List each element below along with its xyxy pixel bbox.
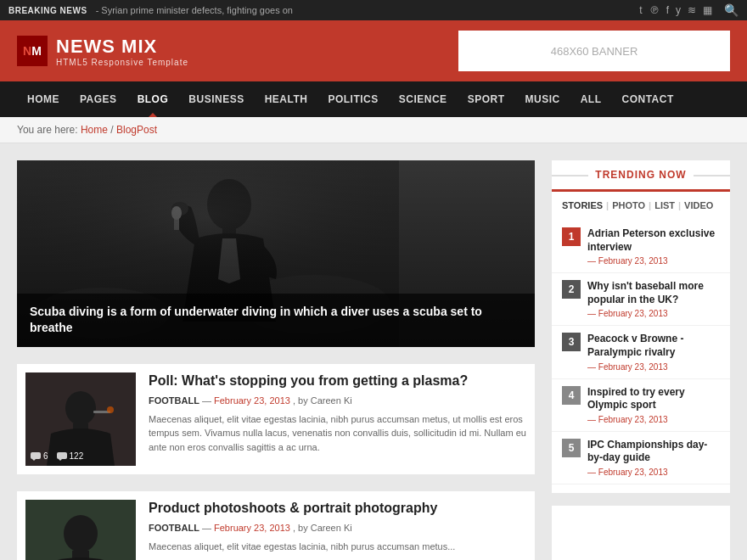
right-column: TRENDING NOW STORIES | PHOTO | LIST | VI… <box>552 160 730 560</box>
article-category-2: FOOTBALL <box>149 523 199 533</box>
trending-num-5: 5 <box>562 439 581 457</box>
trending-item-date-1: — February 23, 2013 <box>587 256 720 266</box>
comment-bubble-icon: 6 <box>31 451 48 461</box>
nav-business[interactable]: BUSINESS <box>178 81 254 117</box>
article-author-2: Careen Ki <box>311 523 352 533</box>
article-date-2: February 23, 2013 <box>214 523 290 533</box>
search-icon[interactable]: 🔍 <box>724 3 739 17</box>
nav-link-contact[interactable]: CONTACT <box>611 81 683 117</box>
logo-text: NEWS MIX HTML5 Responsive Template <box>56 36 188 67</box>
trending-item-title-1[interactable]: Adrian Peterson exclusive interview <box>587 227 720 254</box>
nav-music[interactable]: MUSIC <box>514 81 570 117</box>
nav-link-sport[interactable]: SPORT <box>458 81 515 117</box>
article-thumb-svg-2 <box>25 500 136 560</box>
menu-icon[interactable]: ▦ <box>703 4 712 16</box>
trending-tab-stories[interactable]: STORIES <box>562 200 603 210</box>
breadcrumb-prefix: You are here: <box>17 124 81 136</box>
trending-item-title-4[interactable]: Inspired to try every Olympic sport <box>587 386 720 412</box>
article-author-1: Careen Ki <box>311 395 352 406</box>
trending-item-title-5[interactable]: IPC Championships day-by-day guide <box>587 439 720 465</box>
article-meta-sep-1: — <box>202 395 214 406</box>
featured-image: Scuba diving is a form of underwater div… <box>17 160 535 347</box>
nav-all[interactable]: ALL <box>570 81 612 117</box>
article-title-1[interactable]: Poll: What's stopping you from getting a… <box>149 372 526 390</box>
article-date-1: February 23, 2013 <box>214 395 290 406</box>
svg-rect-15 <box>31 452 41 459</box>
breadcrumb-current[interactable]: BlogPost <box>116 124 157 136</box>
main-nav: HOME PAGES BLOG BUSINESS HEALTH POLITICS… <box>0 81 747 117</box>
trending-tabs: STORIES | PHOTO | LIST | VIDEO <box>552 200 730 210</box>
tumblr-icon[interactable]: t <box>639 4 642 16</box>
logo-subtitle: HTML5 Responsive Template <box>56 58 188 67</box>
nav-science[interactable]: SCIENCE <box>389 81 458 117</box>
featured-caption: Scuba diving is a form of underwater div… <box>17 294 535 347</box>
facebook-icon[interactable]: f <box>666 4 669 16</box>
trending-item-title-2[interactable]: Why isn't baseball more popular in the U… <box>587 280 720 306</box>
article-meta-1: FOOTBALL — February 23, 2013 , by Careen… <box>149 395 526 406</box>
logo-icon: NM <box>17 36 48 66</box>
view-count: 122 <box>70 451 84 461</box>
logo-area: NM NEWS MIX HTML5 Responsive Template <box>17 36 188 67</box>
nav-link-home[interactable]: HOME <box>17 81 70 117</box>
nav-link-pages[interactable]: PAGES <box>70 81 127 117</box>
nav-blog[interactable]: BLOG <box>127 81 179 117</box>
trending-tab-video[interactable]: VIDEO <box>684 200 713 210</box>
rss-icon[interactable]: ≋ <box>688 4 696 16</box>
header: NM NEWS MIX HTML5 Responsive Template 46… <box>0 20 747 81</box>
trending-content-3: Peacock v Browne - Paralympic rivalry — … <box>587 333 720 371</box>
nav-home[interactable]: HOME <box>17 81 70 117</box>
trending-content-5: IPC Championships day-by-day guide — Feb… <box>587 439 720 477</box>
trending-item-date-4: — February 23, 2013 <box>587 415 720 424</box>
banner-area: 468X60 BANNER <box>458 31 730 71</box>
twitter-icon[interactable]: y <box>676 4 681 16</box>
trending-item-date-5: — February 23, 2013 <box>587 468 720 477</box>
trending-num-4: 4 <box>562 386 581 405</box>
trending-item-4: 4 Inspired to try every Olympic sport — … <box>552 379 730 432</box>
trending-content-4: Inspired to try every Olympic sport — Fe… <box>587 386 720 424</box>
nav-active-indicator <box>149 113 157 117</box>
article-title-2[interactable]: Product photoshoots & portrait photograp… <box>149 500 526 518</box>
banner-text: 468X60 BANNER <box>551 45 638 58</box>
comment-icon <box>31 452 41 461</box>
trending-tab-list[interactable]: LIST <box>654 200 675 210</box>
trending-content-2: Why isn't baseball more popular in the U… <box>587 280 720 318</box>
nav-link-health[interactable]: HEALTH <box>255 81 318 117</box>
small-widget-box <box>552 506 730 560</box>
nav-link-all[interactable]: ALL <box>570 81 612 117</box>
comment-count: 6 <box>43 451 48 461</box>
article-excerpt-1: Maecenas aliquet, elit vitae egestas lac… <box>149 412 526 455</box>
article-thumb-1: 6 122 <box>25 372 136 466</box>
featured-article: Scuba diving is a form of underwater div… <box>17 160 535 347</box>
logo-title: NEWS MIX <box>56 36 188 58</box>
nav-sport[interactable]: SPORT <box>458 81 515 117</box>
trending-header: TRENDING NOW <box>552 160 730 192</box>
view-bubble-icon: 122 <box>57 451 84 461</box>
trending-item-5: 5 IPC Championships day-by-day guide — F… <box>552 432 730 484</box>
article-item-2: Product photoshoots & portrait photograp… <box>17 491 535 560</box>
trending-item-1: 1 Adrian Peterson exclusive interview — … <box>552 221 730 273</box>
nav-contact[interactable]: CONTACT <box>611 81 683 117</box>
trending-item-title-3[interactable]: Peacock v Browne - Paralympic rivalry <box>587 333 720 359</box>
main-wrapper: Scuba diving is a form of underwater div… <box>0 143 747 560</box>
article-content-1: Poll: What's stopping you from getting a… <box>149 372 526 466</box>
nav-health[interactable]: HEALTH <box>255 81 318 117</box>
nav-link-science[interactable]: SCIENCE <box>389 81 458 117</box>
nav-pages[interactable]: PAGES <box>70 81 127 117</box>
nav-link-business[interactable]: BUSINESS <box>178 81 254 117</box>
nav-link-music[interactable]: MUSIC <box>514 81 570 117</box>
breadcrumb-home[interactable]: Home <box>81 124 108 136</box>
trending-content-1: Adrian Peterson exclusive interview — Fe… <box>587 227 720 266</box>
trending-item-3: 3 Peacock v Browne - Paralympic rivalry … <box>552 326 730 378</box>
breaking-news-bar: BREAKING NEWS - Syrian prime minister de… <box>0 0 747 20</box>
nav-politics[interactable]: POLITICS <box>317 81 388 117</box>
breadcrumb: You are here: Home / BlogPost <box>0 117 747 143</box>
nav-link-blog[interactable]: BLOG <box>127 81 179 117</box>
nav-link-politics[interactable]: POLITICS <box>317 81 388 117</box>
trending-tab-photo[interactable]: PHOTO <box>612 200 645 210</box>
breaking-news-icons: t ℗ f y ≋ ▦ 🔍 <box>639 3 739 17</box>
breaking-news-label: BREAKING NEWS <box>8 6 87 15</box>
speech-icon <box>57 452 67 461</box>
pinterest-icon[interactable]: ℗ <box>649 4 660 16</box>
trending-item-2: 2 Why isn't baseball more popular in the… <box>552 273 730 326</box>
trending-box: TRENDING NOW STORIES | PHOTO | LIST | VI… <box>552 160 730 493</box>
